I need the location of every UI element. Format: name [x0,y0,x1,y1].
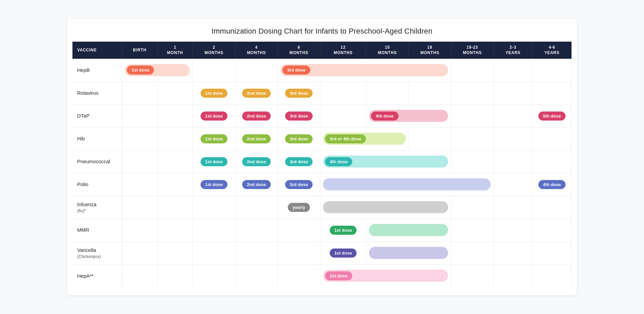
dose-pill: 3rd dose [285,134,313,143]
dose-cell: 4th dose [366,104,451,127]
dose-pill: 3rd dose [285,89,313,98]
vaccine-name: Hib [77,136,85,141]
table-row: Infuenza(flu)*yearly [72,196,572,219]
dose-cell [193,241,235,264]
dose-cell [122,219,157,241]
dose-cell [366,82,409,104]
dose-cell: 3rd dose [278,59,451,82]
dose-cell [122,264,157,287]
dose-cell [493,173,532,196]
vaccine-name: Pneumococcal [77,159,110,164]
dose-pill: 4th dose [538,180,566,189]
dose-cell [451,59,494,82]
table-row: Pneumococcal1st dose2nd dose3rd dose4th … [72,150,572,173]
dose-pill: 2nd dose [242,134,271,143]
dose-cell: 2nd dose [235,150,278,173]
dose-cell [193,264,235,287]
vaccine-name-cell: Rotavirus [72,82,122,104]
dose-cell [532,127,571,150]
dose-cell: 2nd dose [235,127,278,150]
dose-cell [157,104,193,127]
dose-cell [122,150,157,173]
dose-cell: 2nd dose [235,82,278,104]
dose-cell: 3rd dose [278,150,320,173]
dose-pill: 1st dose [201,89,228,98]
vaccine-name: Infuenza [77,201,97,207]
dose-pill: 1st dose [201,157,228,166]
dose-cell [366,241,451,264]
dose-pill: 1st dose [127,65,154,75]
dose-pill: 1st dose [201,134,228,143]
dose-cell [157,241,193,264]
dose-cell [451,104,494,127]
dose-pill: 1st dose [201,180,228,189]
dose-cell [409,127,451,150]
col-header-6m: 6MONTHS [278,42,320,59]
dose-cell: 3rd dose [278,127,320,150]
dose-cell [157,127,193,150]
dose-cell: 1st dose [193,173,235,196]
dose-cell [157,196,193,219]
immunization-table: VACCINE BIRTH 1MONTH 2MONTHS 4MONTHS 6MO… [72,42,572,287]
vaccine-name-cell: Pneumococcal [72,150,122,173]
dose-cell [451,241,494,264]
vaccine-name-cell: HepA** [72,264,122,287]
col-header-2m: 2MONTHS [193,42,235,59]
dose-cell [320,82,366,104]
vaccine-sub: (flu)* [77,209,86,213]
dose-cell [193,196,235,219]
dose-cell: 1st dose [320,241,366,264]
dose-cell [157,82,193,104]
dose-cell [493,59,532,82]
dose-cell [157,264,193,287]
col-header-12m: 12MONTHS [320,42,366,59]
vaccine-name: HepB [77,67,90,73]
dose-cell [157,150,193,173]
dose-cell [122,104,157,127]
dose-cell: 1st dose [122,59,193,82]
dose-cell: 1st dose [193,104,235,127]
dose-cell: 3rd or 4th dose [320,127,409,150]
table-row: HepB1st dose3rd dose [72,59,572,82]
dose-pill: 1st dose [325,271,352,280]
dose-cell: 2nd dose [235,104,278,127]
dose-cell [451,82,494,104]
vaccine-name: HepA** [77,273,94,279]
dose-cell [493,82,532,104]
col-header-vaccine: VACCINE [72,42,122,59]
vaccine-sub: (Chickenpox) [77,254,101,259]
vaccine-name: Rotavirus [77,90,98,96]
chart-container: Immunization Dosing Chart for Infants to… [67,19,577,295]
col-header-1m: 1MONTH [157,42,193,59]
dose-pill: yearly [288,203,310,212]
dose-cell [320,104,366,127]
dose-pill: 2nd dose [242,111,271,121]
dose-cell: 3rd dose [278,104,320,127]
dose-pill: 3rd dose [285,111,313,121]
vaccine-name-cell: MMR [72,219,122,241]
dose-cell [235,264,278,287]
dose-cell [493,196,532,219]
dose-pill: 1st dose [201,111,228,121]
table-row: Rotavirus1st dose2nd dose3rd dose [72,82,572,104]
col-header-birth: BIRTH [122,42,157,59]
dose-cell: 1st dose [193,127,235,150]
dose-pill: 3rd dose [285,180,313,189]
dose-cell [157,219,193,241]
vaccine-name: Polio [77,181,88,187]
dose-cell [235,219,278,241]
dose-pill: 3rd or 4th dose [325,134,366,143]
vaccine-name-cell: Hib [72,127,122,150]
dose-cell [451,196,494,219]
dose-cell [451,219,494,241]
col-header-15m: 15MONTHS [366,42,409,59]
vaccine-name: DTaP [77,113,90,119]
table-row: MMR1st dose [72,219,572,241]
vaccine-name: MMR [77,227,89,233]
dose-cell [532,264,571,287]
dose-cell [451,264,494,287]
vaccine-name-cell: Varicella(Chickenpox) [72,241,122,264]
dose-cell [532,219,571,241]
chart-title: Immunization Dosing Chart for Infants to… [72,27,572,36]
dose-cell [157,173,193,196]
